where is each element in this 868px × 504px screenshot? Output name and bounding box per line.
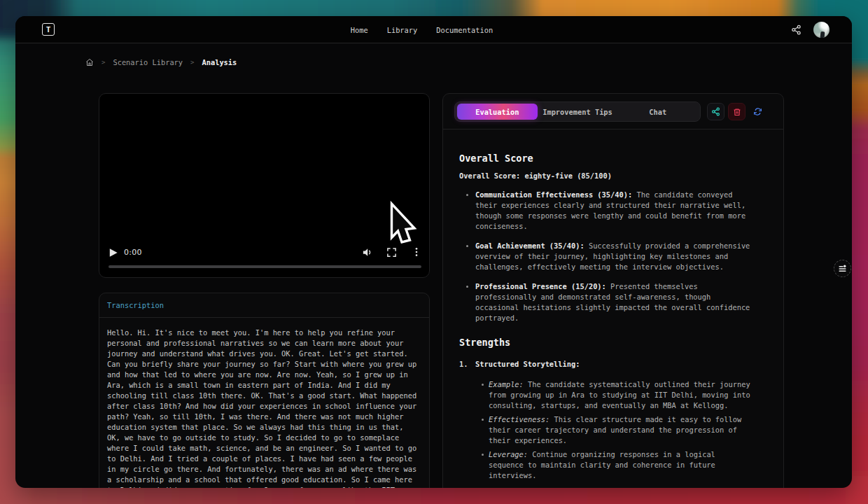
transcription-panel: Transcription Hello. Hi. It's nice to me…	[99, 293, 430, 488]
nav-link-home[interactable]: Home	[351, 26, 368, 34]
refresh-analysis-button[interactable]	[749, 103, 766, 120]
feedback-button[interactable]	[834, 260, 851, 277]
point-label: Leverage:	[489, 450, 528, 458]
criteria-list: Communication Effectiveness (35/40): The…	[459, 190, 783, 323]
more-options-icon[interactable]	[411, 246, 422, 258]
tab-chat[interactable]: Chat	[617, 104, 698, 120]
bullet-icon	[459, 281, 475, 323]
point-label: Example:	[489, 380, 524, 388]
bullet-icon	[481, 449, 489, 481]
strength-title: Structured Storytelling:	[475, 359, 580, 370]
overall-score-value: Overall Score: eighty-five (85/100)	[459, 171, 783, 181]
tab-evaluation[interactable]: Evaluation	[457, 104, 538, 120]
point-effectiveness: Effectiveness: This clear structure made…	[459, 414, 783, 446]
video-player[interactable]: 0:00	[99, 93, 430, 278]
delete-analysis-button[interactable]	[728, 103, 746, 120]
trash-icon	[733, 108, 741, 116]
fullscreen-icon[interactable]	[386, 247, 397, 258]
feedback-list-icon	[838, 264, 847, 273]
app-window: T Home Library Documentation > Scenario …	[15, 16, 852, 488]
bullet-icon	[481, 414, 489, 446]
overall-score-heading: Overall Score	[459, 153, 783, 164]
home-icon[interactable]	[85, 58, 94, 66]
video-seekbar[interactable]	[108, 265, 421, 268]
strengths-heading: Strengths	[459, 337, 783, 349]
evaluation-content: Overall Score Overall Score: eighty-five…	[443, 130, 783, 481]
breadcrumb-separator: >	[102, 59, 105, 66]
video-controls: 0:00	[99, 245, 429, 262]
analysis-actions	[707, 103, 766, 120]
criterion-label: Communication Effectiveness (35/40):	[475, 190, 632, 199]
point-text: The candidate systematically outlined th…	[489, 380, 750, 410]
navbar: T Home Library Documentation	[15, 16, 852, 43]
volume-icon[interactable]	[361, 246, 373, 258]
criterion-label: Professional Presence (15/20):	[475, 282, 606, 290]
transcription-header: Transcription	[99, 293, 429, 318]
strengths-list: 1. Structured Storytelling:	[459, 359, 783, 370]
point-example: Example: The candidate systematically ou…	[459, 379, 783, 411]
breadcrumb: > Scenario Library > Analysis	[85, 57, 237, 67]
criterion-presence: Professional Presence (15/20): Presented…	[459, 281, 783, 323]
bullet-icon	[459, 190, 475, 232]
screen: T Home Library Documentation > Scenario …	[0, 0, 868, 504]
criterion-communication: Communication Effectiveness (35/40): The…	[459, 190, 783, 232]
strength-number: 1.	[459, 359, 475, 370]
transcription-body: Hello. Hi. It's nice to meet you. I'm he…	[99, 318, 429, 488]
analysis-header: Evaluation Improvement Tips Chat	[443, 94, 783, 130]
point-label: Effectiveness:	[489, 415, 550, 424]
share-icon[interactable]	[791, 24, 802, 35]
refresh-icon	[753, 107, 762, 116]
nav-right	[791, 16, 830, 43]
video-current-time: 0:00	[124, 248, 142, 257]
analysis-panel: Evaluation Improvement Tips Chat	[442, 93, 784, 488]
share-analysis-button[interactable]	[707, 103, 724, 120]
share-icon	[711, 107, 720, 116]
nav-link-library[interactable]: Library	[387, 26, 418, 34]
play-icon[interactable]	[106, 246, 120, 260]
bullet-icon	[459, 241, 475, 272]
strength-item: 1. Structured Storytelling:	[459, 359, 783, 370]
nav-links: Home Library Documentation	[15, 16, 840, 43]
breadcrumb-separator: >	[190, 59, 194, 66]
nav-link-documentation[interactable]: Documentation	[436, 26, 493, 34]
criterion-goal: Goal Achievement (35/40): Successfully p…	[459, 241, 783, 272]
tab-improvement-tips[interactable]: Improvement Tips	[538, 104, 618, 120]
bullet-icon	[481, 379, 489, 411]
user-avatar[interactable]	[813, 22, 830, 38]
transcription-title: Transcription	[107, 301, 164, 309]
breadcrumb-scenario-library[interactable]: Scenario Library	[113, 58, 183, 66]
strength-points: Example: The candidate systematically ou…	[459, 379, 783, 481]
point-leverage: Leverage: Continue organizing responses …	[459, 449, 783, 481]
tab-list: Evaluation Improvement Tips Chat	[454, 102, 701, 122]
criterion-label: Goal Achievement (35/40):	[475, 241, 584, 250]
transcription-text: Hello. Hi. It's nice to meet you. I'm he…	[107, 328, 421, 488]
breadcrumb-analysis: Analysis	[202, 58, 237, 66]
